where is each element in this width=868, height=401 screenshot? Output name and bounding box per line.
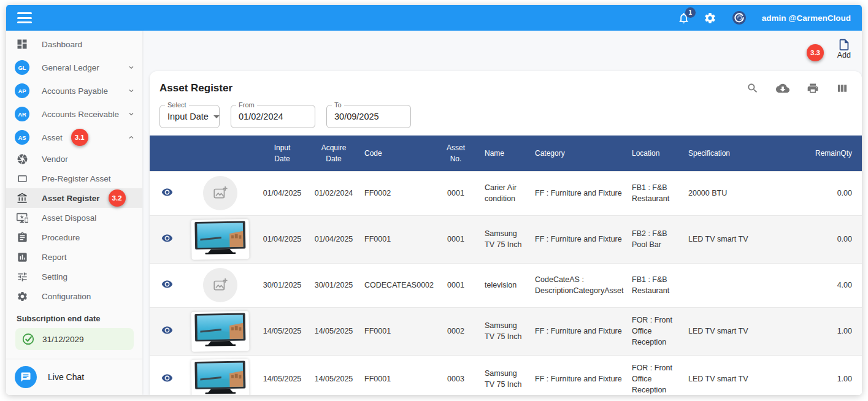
view-row-button[interactable] (160, 277, 174, 291)
cell-image (184, 215, 256, 263)
avatar-logo (731, 9, 748, 26)
chat-bubble-icon (15, 366, 37, 388)
sidebar-item-procedure[interactable]: Procedure (6, 227, 142, 247)
sidebar-item-accounts-receivable[interactable]: AR Accounts Receivable (6, 102, 142, 126)
topbar-settings-button[interactable] (704, 12, 716, 25)
print-button[interactable] (807, 82, 819, 94)
cell-code: FF0001 (359, 355, 432, 395)
cell-image (184, 263, 256, 307)
tutorial-badge-3-2: 3.2 (109, 189, 126, 207)
columns-button[interactable] (836, 82, 848, 94)
col-location[interactable]: Location (627, 136, 683, 171)
eye-icon (161, 372, 173, 384)
hamburger-menu-button[interactable] (17, 12, 32, 23)
cell-remain-qty: 0.00 (809, 215, 862, 263)
gl-avatar: GL (15, 60, 29, 75)
cell-image (184, 355, 256, 395)
search-button[interactable] (747, 82, 759, 94)
add-button[interactable]: Add (837, 38, 851, 59)
bank-icon (15, 191, 29, 205)
sidebar-item-accounts-payable[interactable]: AP Accounts Payable (6, 79, 142, 102)
view-row-button[interactable] (160, 371, 174, 385)
live-chat-button[interactable]: Live Chat (6, 359, 142, 395)
sidebar-item-asset-disposal[interactable]: Asset Disposal (6, 208, 142, 227)
gear-icon (15, 289, 29, 304)
view-row-button[interactable] (160, 323, 174, 337)
image-placeholder-icon (203, 176, 237, 210)
sidebar-item-general-ledger[interactable]: GL General Ledger (6, 56, 142, 79)
to-value: 30/09/2025 (334, 112, 379, 121)
cell-location: FB1 : F&B Restaurant (627, 263, 683, 307)
eye-icon (161, 232, 173, 244)
asset-register-card: Asset Register (150, 71, 862, 395)
cell-remain-qty: 0.00 (809, 171, 862, 215)
clipboard-icon (15, 230, 29, 245)
cell-input-date: 01/04/2025 (256, 215, 308, 263)
from-date-field[interactable]: From 01/02/2024 (231, 105, 315, 128)
bar-chart-icon (15, 250, 29, 264)
cell-category: CodeCateAS : DescriptionCategoryAsset (530, 263, 627, 307)
search-icon (747, 82, 759, 94)
cell-specification: LED TV smart TV (683, 215, 809, 263)
web-asset-icon (15, 171, 29, 186)
sidebar-item-report[interactable]: Report (6, 247, 142, 267)
sidebar-item-setting[interactable]: Setting (6, 267, 142, 286)
cell-location: FOR : Front Office Reception (627, 307, 683, 355)
topbar: 1 admin @CarmenCloud (6, 5, 862, 31)
as-avatar: AS (15, 130, 29, 145)
col-remain-qty[interactable]: RemainQty (809, 136, 862, 171)
columns-icon (836, 82, 848, 94)
subscription-date-value: 31/12/2029 (42, 335, 84, 344)
cell-image (184, 171, 256, 215)
user-avatar[interactable] (730, 9, 748, 27)
cell-input-date: 30/01/2025 (256, 263, 308, 307)
col-specification[interactable]: Specification (683, 136, 809, 171)
table-row: 30/01/202530/01/2025CODECATEAS00020001te… (150, 263, 862, 307)
sidebar-item-asset[interactable]: AS Asset 3.1 (6, 126, 142, 149)
sidebar-item-configuration[interactable]: Configuration (6, 286, 142, 306)
view-row-button[interactable] (160, 231, 174, 245)
cell-specification: LED TV smart TV (683, 355, 809, 395)
asset-photo-tv (191, 219, 249, 260)
sidebar-item-vendor[interactable]: Vendor (6, 149, 142, 169)
subscription-end-date-label: Subscription end date (6, 314, 142, 328)
export-button[interactable] (776, 82, 789, 95)
col-category[interactable]: Category (530, 136, 627, 171)
chevron-down-icon (128, 87, 135, 94)
filter-type-select[interactable]: Select Input Date (159, 105, 220, 128)
chevron-up-icon (128, 134, 135, 141)
cell-image (184, 307, 256, 355)
cell-specification (683, 263, 809, 307)
col-name[interactable]: Name (480, 136, 530, 171)
cell-name: television (480, 263, 530, 307)
cell-asset-no: 0001 (432, 215, 480, 263)
cell-name: Carier Air condition (480, 171, 530, 215)
col-acquire-date[interactable]: Acquire Date (308, 136, 359, 171)
cell-actions (150, 355, 184, 395)
cell-name: Samsung TV 75 Inch (480, 355, 530, 395)
notifications-button[interactable]: 1 (677, 12, 690, 25)
cell-category: FF : Furniture and Fixture (530, 355, 627, 395)
filter-bar: Select Input Date From 01/02/2024 To 30/… (150, 95, 862, 136)
chevron-down-icon (128, 110, 135, 118)
cell-location: FOR : Front Office Reception (627, 355, 683, 395)
sidebar-item-asset-register[interactable]: Asset Register 3.2 (6, 188, 142, 208)
sidebar-item-dashboard[interactable]: Dashboard (6, 32, 142, 56)
notification-count-badge: 1 (685, 7, 696, 18)
app-window: 1 admin @CarmenCloud (6, 5, 862, 395)
sidebar-item-pre-register-asset[interactable]: Pre-Register Asset (6, 169, 142, 188)
devices-star-icon (15, 210, 29, 225)
cell-acquire-date: 01/02/2024 (308, 171, 359, 215)
col-code[interactable]: Code (359, 136, 432, 171)
cell-remain-qty: 4.00 (809, 263, 862, 307)
cell-acquire-date: 14/05/2025 (308, 307, 359, 355)
camera-wheel-icon (15, 151, 29, 166)
page-title: Asset Register (159, 82, 232, 94)
cell-specification: LED TV smart TV (683, 307, 809, 355)
view-row-button[interactable] (160, 185, 174, 199)
col-actions (150, 136, 184, 171)
to-date-field[interactable]: To 30/09/2025 (326, 105, 411, 128)
dashboard-icon (15, 37, 29, 52)
col-input-date[interactable]: Input Date (256, 136, 308, 171)
col-asset-no[interactable]: Asset No. (432, 136, 480, 171)
